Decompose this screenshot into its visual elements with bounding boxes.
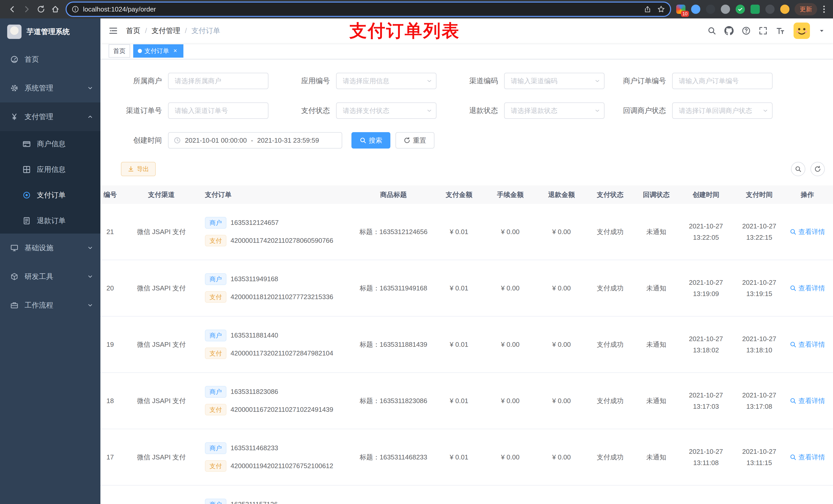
cell-notify-status: 未通知 [633, 453, 679, 462]
search-button[interactable]: 搜索 [352, 132, 390, 148]
order-numbers: 商户1635312124657支付42000011742021102780605… [205, 217, 333, 247]
forward-icon[interactable] [20, 2, 34, 16]
extension-icon[interactable] [780, 5, 789, 14]
refund-status-select[interactable] [504, 102, 604, 119]
sidebar-item-infrastructure[interactable]: 基础设施 [0, 234, 100, 262]
address-bar[interactable]: localhost:1024/pay/order [66, 2, 671, 17]
cell-refund-amount: ¥ 0.00 [536, 341, 587, 349]
pay-badge: 支付 [205, 404, 227, 416]
field-label: 渠道编码 [444, 76, 504, 86]
table-row: 19微信 JSAPI 支付商户1635311881440支付4200001173… [100, 316, 833, 373]
extension-icon[interactable] [721, 5, 730, 14]
callback-status-select[interactable] [672, 102, 772, 119]
cell-refund-amount: ¥ 0.00 [536, 453, 587, 461]
sidebar-item-payment[interactable]: 支付管理 [0, 102, 100, 131]
view-details-link[interactable]: 查看详情 [790, 340, 825, 349]
extension-icon[interactable] [765, 5, 775, 14]
merchant-no-line: 商户1635311949168 [205, 273, 333, 285]
pay-status-select[interactable] [336, 102, 436, 119]
back-icon[interactable] [5, 2, 20, 16]
merchant-badge: 商户 [205, 499, 227, 504]
bookmark-star-icon[interactable] [657, 5, 665, 13]
cell-pay-time: 2021-10-2713:22:15 [733, 220, 786, 243]
tab-label: 支付订单 [144, 47, 169, 55]
merchant-order-no-input[interactable] [672, 73, 772, 89]
merchant-no-line: 商户1635311823086 [205, 386, 333, 398]
toggle-search-button[interactable] [791, 162, 805, 176]
share-icon[interactable] [644, 6, 651, 13]
sidebar-item-refund-order[interactable]: 退款订单 [0, 208, 100, 234]
view-details-link[interactable]: 查看详情 [790, 453, 825, 462]
cell-id: 21 [100, 228, 128, 236]
extension-icon[interactable] [691, 5, 700, 14]
sidebar-item-system[interactable]: 系统管理 [0, 74, 100, 102]
reset-button[interactable]: 重置 [396, 132, 434, 148]
cell-title: 标题：1635311881439 [354, 340, 433, 349]
order-numbers: 商户1635311881440支付42000011732021102728479… [205, 330, 333, 359]
font-size-icon[interactable] [776, 26, 785, 35]
form-field: 渠道订单号 [108, 102, 276, 119]
channel-order-no: 4200001181202110277723215336 [231, 293, 333, 301]
tab-home[interactable]: 首页 [109, 44, 130, 57]
cell-action: 查看详情 [786, 340, 829, 349]
sidebar-item-pay-order[interactable]: 支付订单 [0, 182, 100, 208]
breadcrumb-home[interactable]: 首页 [126, 26, 140, 35]
breadcrumb-pay-management[interactable]: 支付管理 [152, 26, 180, 35]
merchant-order-no: 1635311823086 [231, 388, 278, 396]
browser-menu-icon[interactable] [820, 4, 828, 15]
cell-title: 标题：1635312124656 [354, 227, 433, 236]
url-text[interactable]: localhost:1024/pay/order [83, 5, 156, 13]
extension-icon[interactable] [706, 5, 715, 14]
reload-icon[interactable] [34, 2, 48, 16]
extension-icon[interactable] [751, 5, 760, 14]
table-toolbar: 导出 [100, 162, 833, 176]
monitor-icon [10, 244, 22, 252]
home-icon[interactable] [48, 2, 63, 16]
view-details-link[interactable]: 查看详情 [790, 397, 825, 405]
date-separator: - [251, 137, 253, 144]
table-row: 商户1635311157126 [100, 485, 833, 504]
cell-pay-time: 2021-10-2713:19:15 [733, 277, 786, 299]
breadcrumb-separator: / [185, 27, 187, 35]
search-icon[interactable] [708, 26, 716, 35]
sidebar-item-home[interactable]: 首页 [0, 45, 100, 74]
field-label: 渠道订单号 [108, 106, 168, 116]
caret-down-icon[interactable] [819, 28, 825, 34]
cell-notify-status: 未通知 [633, 284, 679, 293]
view-details-link[interactable]: 查看详情 [790, 227, 825, 236]
extension-icon[interactable]: 10 [676, 5, 686, 14]
sidebar-item-merchant-info[interactable]: 商户信息 [0, 131, 100, 157]
close-icon[interactable]: × [172, 47, 179, 54]
view-details-link[interactable]: 查看详情 [790, 284, 825, 293]
cell-pay-amount: ¥ 0.01 [433, 453, 485, 461]
site-info-icon[interactable] [72, 6, 79, 13]
create-time-range[interactable]: 2021-10-01 00:00:00 - 2021-10-31 23:59:5… [168, 132, 342, 148]
fullscreen-icon[interactable] [759, 26, 767, 35]
app-id-select[interactable] [336, 73, 436, 89]
col-id: 编号 [100, 190, 128, 199]
github-icon[interactable] [724, 26, 734, 35]
user-avatar[interactable] [793, 22, 810, 40]
yen-icon [10, 113, 22, 121]
sidebar-item-dev-tools[interactable]: 研发工具 [0, 262, 100, 291]
cell-pay-time: 2021-10-2713:18:10 [733, 333, 786, 356]
extension-icon[interactable] [736, 5, 745, 14]
cell-order: 商户1635311157126 [195, 499, 354, 504]
sidebar-item-app-info[interactable]: 应用信息 [0, 157, 100, 182]
export-button[interactable]: 导出 [121, 162, 156, 176]
tab-pay-order[interactable]: 支付订单 × [133, 44, 184, 57]
merchant-select-input[interactable] [168, 73, 268, 89]
channel-order-no-input[interactable] [168, 102, 268, 119]
refresh-table-button[interactable] [810, 162, 825, 176]
browser-update-button[interactable]: 更新 [794, 3, 817, 15]
pay-no-line: 支付4200001194202110276752100612 [205, 460, 333, 472]
channel-code-select[interactable] [504, 73, 604, 89]
pay-no-line: 支付4200001174202110278060590766 [205, 235, 333, 247]
help-icon[interactable] [742, 26, 751, 35]
sidebar-item-workflow[interactable]: 工作流程 [0, 291, 100, 320]
browser-toolbar: localhost:1024/pay/order 10 更新 [0, 0, 833, 19]
col-order: 支付订单 [195, 190, 354, 199]
pay-badge: 支付 [205, 347, 227, 359]
menu-fold-icon[interactable] [109, 26, 118, 35]
col-title: 商品标题 [354, 190, 433, 199]
